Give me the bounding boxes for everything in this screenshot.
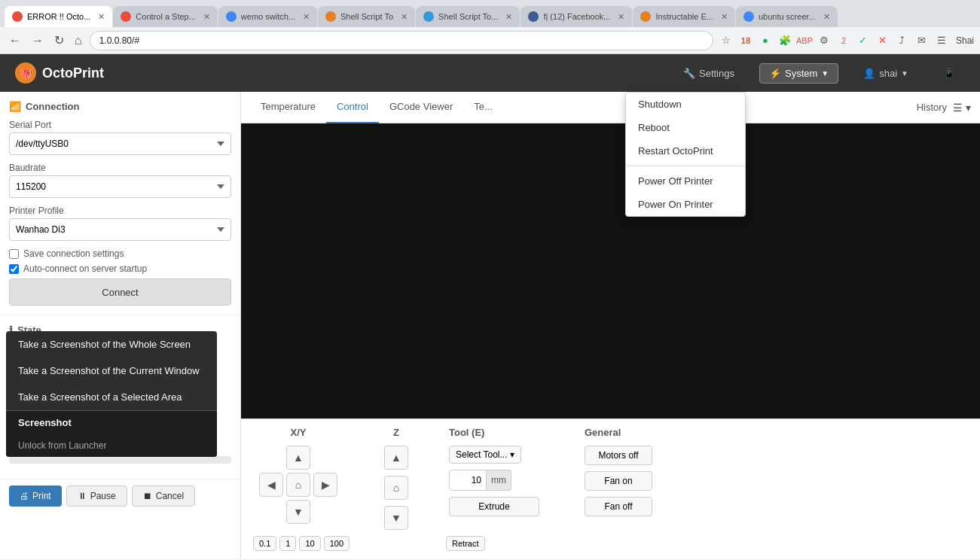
pause-icon: ⏸ [78,491,87,501]
extrude-button[interactable]: Extrude [449,497,539,516]
z-up-button[interactable]: ▲ [384,446,408,470]
general-header: General [585,427,621,438]
save-connection-checkbox[interactable] [9,249,19,259]
step-1-button[interactable]: 1 [279,536,296,551]
ext-icon-x[interactable]: ✕ [875,32,891,49]
tab-list-icon[interactable]: ☰ ▾ [953,102,971,114]
screenshot-unlock[interactable]: Unlock from Launcher [6,434,217,457]
tab-close[interactable]: ✕ [823,12,830,22]
tab-shell-script-5[interactable]: Shell Script To... ✕ [416,6,520,27]
dropdown-power-on[interactable]: Power On Printer [626,193,745,216]
baudrate-label: Baudrate [9,163,231,173]
printer-profile-select[interactable]: Wanhao Di3 [9,218,231,241]
tab-gcode-viewer[interactable]: GCode Viewer [379,92,463,123]
tabs-bar: Temperature Control GCode Viewer Te... H… [241,92,980,123]
address-bar-input[interactable] [90,31,713,50]
save-connection-row: Save connection settings [9,248,231,259]
cancel-button[interactable]: ⏹ Cancel [132,485,195,507]
serial-port-select[interactable]: /dev/ttyUSB0 [9,132,231,155]
step-100-button[interactable]: 100 [324,536,350,551]
ext-icon-menu1[interactable]: ⚙ [816,32,832,49]
z-home-button[interactable]: ⌂ [384,476,408,500]
tab-label: ERROR !! Octo... [27,12,90,21]
settings-label: Settings [699,68,734,79]
select-tool-button[interactable]: Select Tool... ▾ [449,446,521,464]
retract-button[interactable]: Retract [446,536,484,551]
webcam-area [241,123,980,418]
tab-close[interactable]: ✕ [401,12,408,22]
y-up-button[interactable]: ▲ [286,446,310,470]
ext-icon-adblock[interactable]: ABP [796,32,813,49]
pause-button[interactable]: ⏸ Pause [66,485,127,507]
tab-wemo[interactable]: wemo switch... ✕ [218,6,317,27]
connect-button[interactable]: Connect [9,278,231,306]
mobile-button[interactable]: 📱 [933,63,965,84]
tab-close[interactable]: ✕ [98,12,105,22]
dropdown-shutdown[interactable]: Shutdown [626,93,745,116]
tab-history[interactable]: History [917,102,947,113]
ext-icon-puzzle[interactable]: 🧩 [777,32,793,49]
screenshot-whole-screen[interactable]: Take a Screenshot of the Whole Screen [6,331,217,358]
tab-label: Shell Script To [340,12,393,21]
x-right-button[interactable]: ▶ [313,473,337,497]
dropdown-reboot[interactable]: Reboot [626,116,745,139]
tab-error-octo[interactable]: ERROR !! Octo... ✕ [5,6,112,27]
user-label: Shai [956,35,974,46]
tab-close[interactable]: ✕ [618,12,624,22]
fan-off-button[interactable]: Fan off [585,497,652,516]
tab-shell-script-4[interactable]: Shell Script To ✕ [318,6,415,27]
tool-value-input[interactable] [449,470,487,491]
menu-button[interactable]: ☰ [933,32,950,49]
system-button[interactable]: ⚡ System ▼ [759,63,838,84]
xy-header: X/Y [291,427,307,438]
tab-control-step[interactable]: Control a Step... ✕ [113,6,218,27]
tab-close[interactable]: ✕ [303,12,310,22]
bookmark-icon[interactable]: ☆ [718,32,734,49]
home-button[interactable]: ⌂ [72,32,85,49]
tab-close[interactable]: ✕ [505,12,512,22]
auto-connect-checkbox[interactable] [9,264,19,274]
ext-icon-share[interactable]: ⤴ [894,32,911,49]
motors-off-button[interactable]: Motors off [585,446,652,465]
ext-icon-mail[interactable]: ✉ [914,32,930,49]
step-10-button[interactable]: 10 [299,536,320,551]
tab-te[interactable]: Te... [463,92,503,123]
fan-on-button[interactable]: Fan on [585,471,652,491]
xy-home-button[interactable]: ⌂ [286,473,310,497]
tool-header: Tool (E) [449,427,484,438]
tab-favicon [528,11,539,22]
x-left-button[interactable]: ◀ [259,473,283,497]
ext-icon-red[interactable]: 18 [737,32,754,49]
ext-icon-check[interactable]: ✓ [855,32,872,49]
settings-button[interactable]: 🔧 Settings [673,63,744,84]
connection-section: 📶 Connection Serial Port /dev/ttyUSB0 Ba… [0,92,240,315]
tab-label: Shell Script To... [438,12,498,21]
select-tool-caret: ▾ [510,449,514,460]
back-button[interactable]: ← [6,32,24,49]
tab-close[interactable]: ✕ [721,12,728,22]
dropdown-restart[interactable]: Restart OctoPrint [626,139,745,163]
tab-instructable[interactable]: Instructable E... ✕ [633,6,734,27]
tab-favicon [121,11,131,22]
dropdown-power-off[interactable]: Power Off Printer [626,169,745,193]
tab-temperature[interactable]: Temperature [250,92,326,123]
tab-control[interactable]: Control [326,92,379,123]
baudrate-select[interactable]: 115200 [9,175,231,198]
z-column: Z ▲ ⌂ ▼ [366,427,426,530]
tab-facebook[interactable]: f| (12) Facebook... ✕ [521,6,632,27]
forward-button[interactable]: → [29,32,47,49]
y-down-button[interactable]: ▼ [286,500,310,524]
print-button[interactable]: 🖨 Print [9,485,62,507]
z-down-button[interactable]: ▼ [384,506,408,530]
printer-profile-label: Printer Profile [9,205,231,216]
ext-icon-green[interactable]: ● [757,32,774,49]
reload-button[interactable]: ↻ [51,32,67,49]
app: 🐙 OctoPrint 🔧 Settings ⚡ System ▼ 👤 shai… [0,54,980,558]
tab-close[interactable]: ✕ [203,12,210,22]
ext-icon-badge[interactable]: 2 [835,32,852,49]
tab-ubuntu[interactable]: ubuntu screer... ✕ [736,6,838,27]
screenshot-current-window[interactable]: Take a Screenshot of the Current Window [6,358,217,384]
screenshot-selected-area[interactable]: Take a Screenshot of a Selected Area [6,384,217,410]
user-button[interactable]: 👤 shai ▼ [853,63,918,84]
step-01-button[interactable]: 0.1 [253,536,276,551]
